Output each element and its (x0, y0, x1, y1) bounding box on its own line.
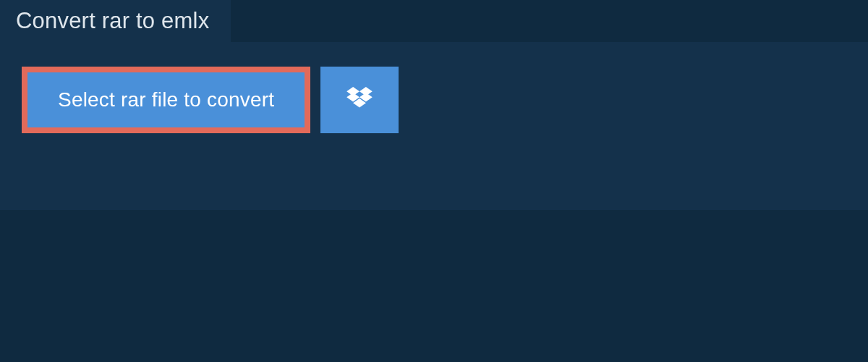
select-file-label: Select rar file to convert (58, 88, 274, 111)
select-file-button[interactable]: Select rar file to convert (22, 67, 310, 133)
tab-convert[interactable]: Convert rar to emlx (0, 0, 231, 42)
dropbox-icon (346, 87, 373, 113)
tab-title: Convert rar to emlx (16, 8, 209, 34)
button-row: Select rar file to convert (0, 42, 868, 158)
dropbox-button[interactable] (320, 67, 399, 133)
conversion-panel: Convert rar to emlx Select rar file to c… (0, 42, 868, 210)
